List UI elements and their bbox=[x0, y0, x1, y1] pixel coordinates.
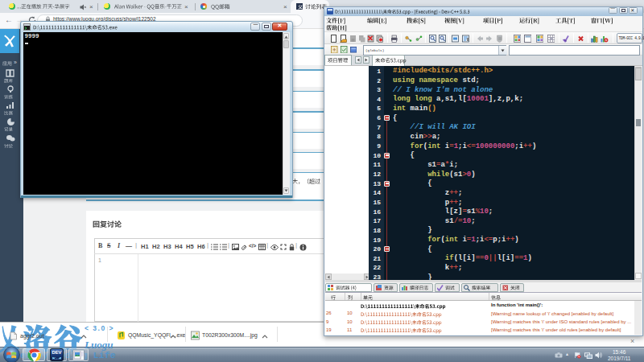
svg-text:DEV: DEV bbox=[52, 350, 62, 355]
svg-text:C++: C++ bbox=[53, 356, 60, 360]
